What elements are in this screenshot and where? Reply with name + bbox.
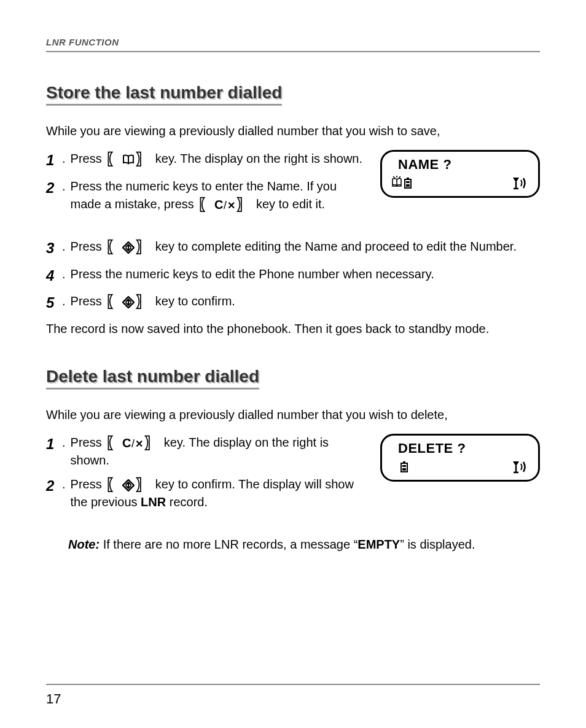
- step-number: 2: [46, 476, 62, 511]
- step-text: key. The display on the right is shown.: [155, 152, 362, 165]
- note-text-bold: EMPTY: [357, 538, 400, 551]
- intro-text: While you are viewing a previously diall…: [46, 407, 540, 423]
- lcd-display: DELETE ?: [380, 434, 540, 482]
- step-number: 1: [46, 150, 62, 171]
- step-list: 1. Press 〖〗 key. The display on the righ…: [46, 434, 368, 517]
- step-text: Press the numeric keys to edit the Phone…: [71, 265, 540, 287]
- step-list: 3. Press 〖〗 key to complete editing the …: [46, 238, 540, 314]
- step-item: 5. Press 〖〗 key to confirm.: [46, 292, 540, 314]
- battery-icon: [400, 461, 409, 473]
- manual-page: LNR FUNCTION Store the last number diall…: [0, 0, 586, 728]
- section-title: Delete last number dialled: [46, 367, 259, 389]
- note-text: If there are no more LNR records, a mess…: [100, 538, 357, 551]
- clear-key-icon: 〖〗: [197, 199, 252, 211]
- nav-key-icon: 〖〗: [105, 241, 152, 254]
- nav-key-icon: 〖〗: [105, 296, 152, 308]
- lcd-prompt: DELETE ?: [398, 440, 528, 456]
- step-item: 3. Press 〖〗 key to complete editing the …: [46, 238, 540, 259]
- step-number: 5: [46, 292, 62, 314]
- antenna-icon: [511, 176, 528, 190]
- step-text: Press: [71, 477, 106, 491]
- step-text-bold: LNR: [141, 495, 166, 509]
- step-item: 4. Press the numeric keys to edit the Ph…: [46, 265, 540, 287]
- step-number: 4: [46, 265, 62, 287]
- step-number: 3: [46, 238, 62, 259]
- phonebook-key-icon: 〖〗: [105, 154, 152, 166]
- lcd-prompt: NAME ?: [398, 157, 528, 173]
- note-text: ” is displayed.: [400, 538, 475, 551]
- step-item: 2. Press 〖〗 key to confirm. The display …: [46, 476, 368, 511]
- page-number: 17: [46, 691, 61, 707]
- step-item: 2. Press the numeric keys to enter the N…: [46, 178, 368, 213]
- clear-key-icon: 〖〗: [105, 437, 160, 450]
- step-text: Press: [71, 436, 106, 449]
- header-rule: [46, 51, 540, 52]
- phonebook-icon: [392, 178, 403, 189]
- battery-icon: [404, 177, 413, 189]
- note-label: Note:: [68, 538, 100, 551]
- footer-rule: [46, 684, 540, 685]
- section-delete: Delete last number dialled While you are…: [46, 367, 540, 553]
- step-number: 1: [46, 434, 62, 469]
- step-item: 1. Press 〖〗 key. The display on the righ…: [46, 434, 368, 469]
- closing-text: The record is now saved into the phonebo…: [46, 320, 540, 337]
- lcd-display: NAME ?: [380, 150, 540, 198]
- step-text: record.: [166, 495, 208, 509]
- step-text: key to complete editing the Name and pro…: [155, 240, 517, 253]
- step-list: 1. Press 〖〗 key. The display on the righ…: [46, 150, 368, 219]
- step-text: Press: [71, 294, 106, 308]
- step-number: 2: [46, 178, 62, 213]
- step-text: key to confirm.: [155, 294, 235, 308]
- note: Note: If there are no more LNR records, …: [68, 536, 540, 553]
- section-title: Store the last number dialled: [46, 83, 282, 106]
- step-text: Press: [71, 240, 106, 253]
- section-store: Store the last number dialled While you …: [46, 83, 540, 337]
- step-text: Press: [71, 152, 106, 165]
- step-text: key to edit it.: [256, 197, 325, 211]
- step-item: 1. Press 〖〗 key. The display on the righ…: [46, 150, 368, 171]
- nav-key-icon: 〖〗: [105, 479, 152, 491]
- intro-text: While you are viewing a previously diall…: [46, 123, 540, 139]
- running-header: LNR FUNCTION: [46, 37, 540, 47]
- antenna-icon: [511, 460, 528, 474]
